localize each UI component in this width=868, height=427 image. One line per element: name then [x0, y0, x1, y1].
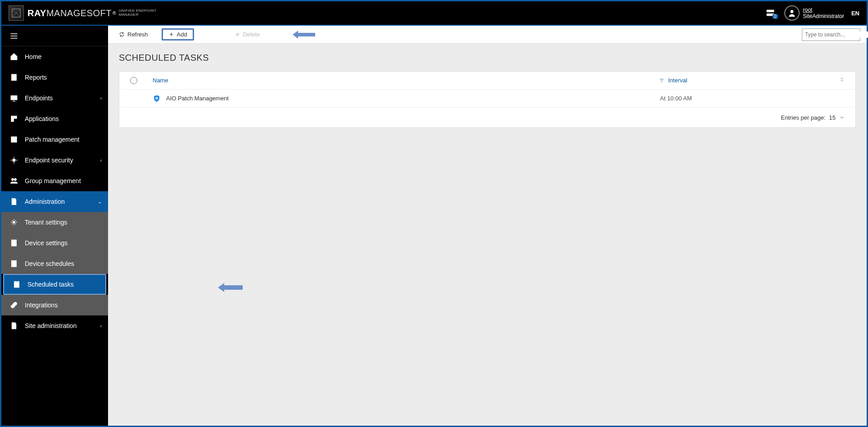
patch-icon [9, 135, 18, 144]
svg-point-25 [156, 98, 157, 99]
sidebar-item-label: Home [25, 53, 41, 60]
reports-icon [9, 73, 18, 81]
page-title: SCHEDULED TASKS [119, 53, 856, 63]
column-interval-label: Interval [668, 77, 687, 84]
sidebar-item-home[interactable]: Home [1, 46, 108, 67]
select-all-checkbox[interactable] [130, 77, 153, 84]
svg-point-11 [12, 179, 14, 181]
sort-desc-icon: ▽ [660, 78, 664, 83]
applications-icon [9, 115, 18, 123]
sidebar-item-label: Site administration [25, 322, 77, 329]
entries-per-page-select[interactable]: 15 [829, 114, 836, 121]
callout-arrow-add [293, 31, 315, 39]
svg-point-12 [14, 179, 17, 181]
brand-sub2: MANAGER [119, 13, 157, 17]
delete-button[interactable]: Delete [230, 29, 265, 40]
table-header: Name ▽ Interval [119, 72, 855, 90]
sort-toggle-icon[interactable] [831, 77, 845, 84]
sidebar-item-tenant-settings[interactable]: Tenant settings [1, 212, 108, 233]
column-name[interactable]: Name [153, 77, 660, 84]
svg-point-20 [17, 285, 19, 287]
svg-rect-1 [766, 10, 774, 13]
table-row[interactable]: AIO Patch Management At 10:00 AM [119, 90, 855, 108]
sidebar: Home Reports Endpoints ‹ Applications Pa… [1, 26, 108, 426]
task-interval: At 10:00 AM [660, 95, 831, 102]
group-icon [9, 177, 18, 185]
svg-rect-6 [11, 116, 14, 118]
notifications-badge: 0 [773, 14, 778, 19]
table-footer: Entries per page: 15 [119, 108, 855, 127]
sidebar-item-group-management[interactable]: Group management [1, 171, 108, 191]
sidebar-item-administration[interactable]: Administration ⌄ [1, 191, 108, 212]
hamburger-button[interactable] [1, 26, 108, 46]
endpoints-icon [9, 94, 18, 102]
brand-text: RAYMANAGESOFT® UNIFIED ENDPOINT MANAGER [27, 8, 156, 18]
sidebar-item-site-administration[interactable]: Site administration ‹ [1, 315, 108, 336]
sidebar-item-label: Device schedules [25, 260, 74, 267]
sidebar-item-endpoint-security[interactable]: Endpoint security ‹ [1, 150, 108, 171]
sidebar-item-scheduled-tasks[interactable]: Scheduled tasks [3, 274, 106, 295]
svg-point-13 [13, 201, 15, 203]
sidebar-item-label: Group management [25, 177, 81, 184]
user-name: root [803, 7, 844, 13]
search-input-wrapper[interactable] [802, 28, 860, 41]
svg-rect-5 [11, 96, 17, 100]
add-label: Add [177, 31, 187, 38]
chevron-left-icon: ‹ [100, 158, 102, 163]
home-icon [9, 53, 18, 61]
task-shield-icon [153, 94, 164, 103]
entries-label: Entries per page: [781, 114, 826, 121]
toolbar: Refresh Add Delete [108, 26, 867, 44]
task-name: AIO Patch Management [164, 95, 660, 102]
brand-bold: RAY [27, 8, 46, 18]
callout-arrow-sidebar [218, 283, 243, 292]
sidebar-item-label: Endpoint security [25, 157, 73, 164]
security-icon [9, 156, 18, 164]
sidebar-item-reports[interactable]: Reports [1, 67, 108, 88]
sidebar-item-label: Integrations [25, 301, 58, 309]
chevron-left-icon: ‹ [100, 324, 102, 328]
refresh-button[interactable]: Refresh [114, 29, 153, 40]
main-content: Refresh Add Delete [108, 26, 867, 426]
svg-point-3 [790, 10, 793, 13]
svg-point-16 [14, 244, 17, 246]
user-role: SiteAdministrator [803, 13, 844, 19]
language-switch[interactable]: EN [851, 10, 859, 17]
user-menu[interactable]: root SiteAdministrator [784, 5, 844, 21]
svg-rect-8 [11, 119, 14, 121]
column-interval[interactable]: ▽ Interval [660, 77, 831, 84]
sidebar-item-label: Scheduled tasks [27, 281, 74, 288]
sidebar-item-label: Patch management [25, 136, 79, 143]
svg-marker-22 [293, 31, 315, 39]
device-schedules-icon [9, 260, 18, 268]
svg-rect-7 [14, 116, 17, 118]
notifications-button[interactable]: 0 [765, 8, 775, 18]
sidebar-item-label: Administration [25, 198, 65, 205]
add-button[interactable]: Add [162, 28, 194, 40]
search-input[interactable] [805, 31, 868, 38]
administration-icon [9, 198, 18, 206]
delete-label: Delete [243, 31, 260, 38]
svg-marker-21 [218, 283, 243, 292]
sidebar-item-applications[interactable]: Applications [1, 108, 108, 129]
brand-logo [9, 5, 24, 21]
sidebar-item-device-settings[interactable]: Device settings [1, 233, 108, 253]
svg-point-10 [13, 159, 15, 162]
chevron-down-icon: ⌄ [98, 199, 102, 205]
svg-point-14 [13, 221, 15, 224]
sidebar-item-integrations[interactable]: Integrations [1, 295, 108, 315]
chevron-down-icon[interactable] [839, 115, 845, 120]
column-name-label: Name [153, 77, 168, 84]
scheduled-tasks-icon [12, 280, 21, 288]
sidebar-item-device-schedules[interactable]: Device schedules [1, 253, 108, 274]
sidebar-item-patch-management[interactable]: Patch management [1, 129, 108, 150]
sidebar-item-endpoints[interactable]: Endpoints ‹ [1, 88, 108, 108]
site-admin-icon [9, 322, 18, 330]
sidebar-item-label: Endpoints [25, 94, 53, 102]
device-settings-icon [9, 239, 18, 247]
refresh-label: Refresh [127, 31, 148, 38]
app-header: RAYMANAGESOFT® UNIFIED ENDPOINT MANAGER … [1, 1, 867, 26]
tasks-panel: Name ▽ Interval [119, 71, 856, 128]
chevron-left-icon: ‹ [100, 96, 102, 101]
sidebar-item-label: Device settings [25, 239, 68, 247]
